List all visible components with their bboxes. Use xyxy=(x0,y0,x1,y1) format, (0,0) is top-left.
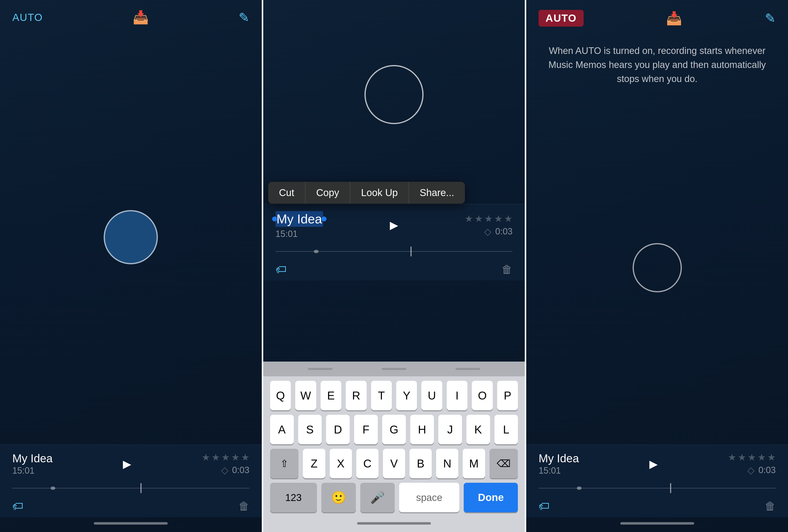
kb-X[interactable]: X xyxy=(330,449,352,478)
center-stars[interactable]: ★★★★★ xyxy=(465,213,512,224)
kb-N[interactable]: N xyxy=(436,449,458,478)
right-trash-icon[interactable]: 🗑 xyxy=(765,500,776,512)
right-pencil-icon[interactable]: ✎ xyxy=(765,11,776,26)
right-auto-info: When AUTO is turned on, recording starts… xyxy=(526,32,788,91)
right-recording-title-area: My Idea 15:01 xyxy=(538,452,579,476)
kb-J[interactable]: J xyxy=(438,415,462,444)
center-tag-icon[interactable]: 🏷 xyxy=(276,263,287,276)
kb-F[interactable]: F xyxy=(354,415,378,444)
left-stars[interactable]: ★★★★★ xyxy=(202,452,250,463)
context-copy[interactable]: Copy xyxy=(306,182,350,204)
left-play-button[interactable]: ▶ xyxy=(123,458,131,470)
center-recording-footer: 🏷 🗑 xyxy=(276,261,513,276)
right-tag-icon[interactable]: 🏷 xyxy=(538,500,549,512)
kb-mic[interactable]: 🎤 xyxy=(360,483,395,512)
right-circle-area xyxy=(526,91,788,445)
right-auto-button[interactable]: AUTO xyxy=(538,10,583,26)
keyboard[interactable]: Q W E R T Y U I O P A S D F G H J K xyxy=(263,361,525,517)
right-recording-item[interactable]: My Idea 15:01 ▶ ★★★★★ ◇ 0:03 xyxy=(526,445,788,517)
center-top-area xyxy=(263,0,525,189)
context-lookup[interactable]: Look Up xyxy=(350,182,409,204)
left-recording-item[interactable]: My Idea 15:01 ▶ ★★★★★ ◇ 0:03 xyxy=(0,445,262,517)
left-circle-area xyxy=(0,30,262,445)
left-inbox-icon[interactable]: 📥 xyxy=(133,10,149,25)
context-menu: Cut Copy Look Up Share... xyxy=(268,182,465,204)
kb-Y[interactable]: Y xyxy=(396,381,417,410)
center-record-button[interactable] xyxy=(365,65,423,124)
center-trash-icon[interactable]: 🗑 xyxy=(501,263,512,276)
kb-H[interactable]: H xyxy=(410,415,434,444)
center-tag-small-icon: ◇ xyxy=(484,226,491,237)
kb-shift[interactable]: ⇧ xyxy=(270,449,299,478)
left-tag-icon[interactable]: 🏷 xyxy=(12,500,23,512)
context-cut[interactable]: Cut xyxy=(268,182,306,204)
right-tag-small-icon: ◇ xyxy=(747,465,754,476)
svg-point-4 xyxy=(314,250,318,253)
context-share[interactable]: Share... xyxy=(409,182,465,204)
svg-point-7 xyxy=(577,487,582,490)
kb-L[interactable]: L xyxy=(494,415,518,444)
kb-V[interactable]: V xyxy=(383,449,405,478)
center-recording-wrapper: Cut Copy Look Up Share... My Idea 15:01 … xyxy=(263,189,525,280)
center-recording-item[interactable]: My Idea 15:01 ▶ ★★★★★ ◇ 0:03 xyxy=(263,204,525,280)
kb-E[interactable]: E xyxy=(321,381,341,410)
right-play-button[interactable]: ▶ xyxy=(649,458,658,470)
right-top-bar: AUTO 📥 ✎ xyxy=(526,0,788,32)
keyboard-rows: Q W E R T Y U I O P A S D F G H J K xyxy=(263,376,525,512)
kb-T[interactable]: T xyxy=(371,381,392,410)
kb-M[interactable]: M xyxy=(463,449,485,478)
right-record-button[interactable] xyxy=(633,243,682,292)
kb-emoji[interactable]: 🙂 xyxy=(321,483,356,512)
kb-row-3: ⇧ Z X C V B N M ⌫ xyxy=(267,449,521,478)
left-recording-footer: 🏷 🗑 xyxy=(12,498,250,512)
kb-B[interactable]: B xyxy=(410,449,432,478)
right-waveform xyxy=(538,481,776,495)
right-recording-footer: 🏷 🗑 xyxy=(538,498,776,512)
left-top-bar: AUTO 📥 ✎ xyxy=(0,0,262,30)
kb-bottom-row: 123 🙂 🎤 space Done xyxy=(267,483,521,512)
kb-R[interactable]: R xyxy=(346,381,367,410)
kb-I[interactable]: I xyxy=(447,381,467,410)
kb-S[interactable]: S xyxy=(298,415,322,444)
kb-C[interactable]: C xyxy=(356,449,378,478)
center-home-indicator xyxy=(357,522,431,525)
kb-Z[interactable]: Z xyxy=(303,449,325,478)
keyboard-top-bar xyxy=(263,361,525,376)
center-recording-header: My Idea 15:01 ▶ ★★★★★ ◇ 0:03 xyxy=(276,211,513,239)
right-home-bar xyxy=(526,517,788,532)
center-waveform xyxy=(276,244,513,259)
selection-handle-left xyxy=(272,216,277,221)
left-waveform xyxy=(12,481,250,495)
kb-W[interactable]: W xyxy=(295,381,316,410)
kb-handle-3 xyxy=(456,368,480,370)
right-home-indicator xyxy=(620,522,694,525)
kb-P[interactable]: P xyxy=(497,381,518,410)
left-panel: AUTO 📥 ✎ My Idea 15:01 ▶ ★★★★★ ◇ 0:03 xyxy=(0,0,262,532)
right-stars[interactable]: ★★★★★ xyxy=(728,452,776,463)
right-panel: AUTO 📥 ✎ When AUTO is turned on, recordi… xyxy=(526,0,788,532)
kb-K[interactable]: K xyxy=(467,415,490,444)
left-record-button[interactable] xyxy=(104,210,158,264)
left-recording-title: My Idea 15:01 xyxy=(12,452,53,476)
right-inbox-icon[interactable]: 📥 xyxy=(666,11,682,26)
kb-delete[interactable]: ⌫ xyxy=(490,449,518,478)
left-auto-button[interactable]: AUTO xyxy=(12,12,43,23)
kb-row-1: Q W E R T Y U I O P xyxy=(267,381,521,410)
left-home-bar xyxy=(0,517,262,532)
kb-O[interactable]: O xyxy=(472,381,492,410)
kb-D[interactable]: D xyxy=(326,415,350,444)
kb-A[interactable]: A xyxy=(270,415,294,444)
kb-G[interactable]: G xyxy=(382,415,406,444)
center-play-button[interactable]: ▶ xyxy=(390,219,398,231)
left-pencil-icon[interactable]: ✎ xyxy=(239,10,250,25)
center-title-selected-wrapper: My Idea xyxy=(276,211,323,227)
kb-done[interactable]: Done xyxy=(464,483,518,512)
kb-Q[interactable]: Q xyxy=(270,381,291,410)
right-recording-header: My Idea 15:01 ▶ ★★★★★ ◇ 0:03 xyxy=(538,452,776,476)
kb-handle-1 xyxy=(308,368,332,370)
kb-space[interactable]: space xyxy=(399,483,459,512)
kb-U[interactable]: U xyxy=(421,381,442,410)
left-recording-header: My Idea 15:01 ▶ ★★★★★ ◇ 0:03 xyxy=(12,452,250,476)
left-trash-icon[interactable]: 🗑 xyxy=(239,500,250,512)
kb-123[interactable]: 123 xyxy=(270,483,317,512)
